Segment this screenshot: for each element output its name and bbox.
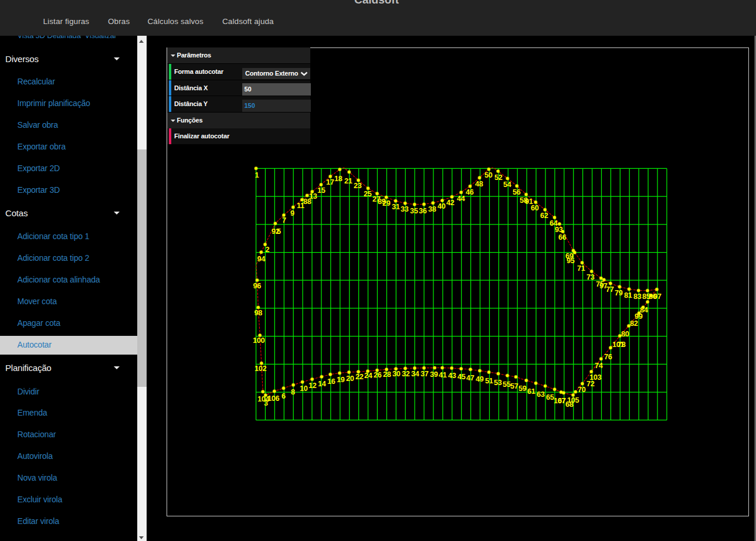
svg-text:42: 42 (446, 199, 455, 207)
svg-text:30: 30 (392, 370, 401, 378)
svg-text:10: 10 (300, 385, 308, 393)
svg-text:3: 3 (264, 399, 268, 407)
svg-text:103: 103 (589, 373, 602, 382)
svg-text:61: 61 (527, 387, 535, 396)
svg-text:77: 77 (606, 285, 614, 294)
svg-text:32: 32 (402, 370, 410, 378)
svg-text:60: 60 (531, 204, 539, 212)
svg-text:106: 106 (267, 394, 280, 403)
svg-text:79: 79 (615, 289, 623, 297)
svg-text:40: 40 (438, 202, 446, 210)
svg-text:100: 100 (253, 336, 265, 345)
svg-text:105: 105 (567, 396, 579, 404)
svg-text:95: 95 (567, 257, 575, 265)
svg-text:56: 56 (513, 188, 521, 196)
svg-text:39: 39 (430, 370, 438, 379)
svg-text:33: 33 (401, 205, 409, 213)
svg-text:73: 73 (587, 273, 595, 281)
svg-text:19: 19 (337, 376, 345, 384)
svg-text:70: 70 (578, 386, 586, 394)
svg-text:59: 59 (518, 385, 527, 393)
svg-text:15: 15 (317, 186, 326, 195)
svg-text:47: 47 (466, 374, 474, 382)
svg-text:53: 53 (494, 379, 502, 387)
svg-text:31: 31 (392, 203, 400, 211)
svg-text:8: 8 (291, 388, 295, 396)
svg-text:21: 21 (344, 177, 352, 185)
svg-text:36: 36 (419, 207, 427, 215)
svg-text:96: 96 (253, 282, 262, 290)
svg-text:80: 80 (621, 330, 629, 338)
svg-text:9: 9 (290, 209, 294, 217)
svg-text:76: 76 (604, 353, 612, 361)
svg-text:81: 81 (624, 291, 632, 300)
svg-text:83: 83 (633, 292, 642, 301)
svg-text:37: 37 (421, 370, 429, 378)
svg-text:44: 44 (457, 195, 465, 203)
svg-text:55: 55 (503, 380, 511, 389)
svg-text:102: 102 (255, 365, 267, 373)
svg-text:50: 50 (484, 171, 493, 179)
svg-text:62: 62 (540, 212, 548, 220)
svg-text:51: 51 (485, 377, 493, 385)
svg-text:6: 6 (282, 392, 286, 400)
svg-text:43: 43 (448, 372, 456, 380)
svg-text:25: 25 (364, 190, 372, 198)
svg-text:16: 16 (327, 377, 335, 386)
svg-text:34: 34 (411, 370, 419, 378)
svg-text:1: 1 (255, 171, 259, 179)
svg-text:12: 12 (308, 382, 317, 390)
svg-text:65: 65 (546, 393, 554, 402)
svg-text:17: 17 (326, 178, 334, 186)
svg-text:28: 28 (383, 370, 391, 379)
svg-text:18: 18 (334, 175, 343, 183)
svg-text:35: 35 (410, 207, 418, 215)
svg-text:94: 94 (257, 255, 266, 263)
svg-text:48: 48 (475, 180, 483, 188)
svg-text:23: 23 (354, 182, 362, 190)
svg-text:98: 98 (255, 309, 263, 317)
svg-text:26: 26 (374, 371, 382, 379)
svg-text:93: 93 (555, 226, 563, 234)
svg-text:22: 22 (355, 373, 364, 381)
svg-text:24: 24 (364, 372, 372, 380)
svg-text:2: 2 (266, 246, 270, 254)
svg-text:20: 20 (346, 375, 354, 383)
svg-text:29: 29 (382, 199, 391, 207)
svg-text:49: 49 (476, 375, 484, 383)
svg-text:45: 45 (457, 373, 466, 381)
svg-text:52: 52 (494, 173, 503, 182)
svg-text:67: 67 (558, 397, 566, 405)
svg-text:46: 46 (466, 188, 474, 196)
svg-text:14: 14 (318, 380, 326, 388)
svg-text:13: 13 (309, 192, 317, 200)
svg-text:71: 71 (577, 264, 585, 273)
svg-text:5: 5 (277, 227, 281, 236)
svg-text:74: 74 (595, 362, 603, 370)
svg-text:82: 82 (630, 319, 638, 328)
svg-text:41: 41 (439, 371, 447, 379)
svg-text:7: 7 (282, 216, 286, 224)
svg-text:78: 78 (618, 341, 626, 349)
svg-text:57: 57 (510, 382, 518, 390)
svg-text:63: 63 (537, 390, 545, 399)
svg-text:66: 66 (558, 233, 567, 241)
svg-text:54: 54 (503, 181, 511, 189)
svg-text:38: 38 (428, 205, 436, 213)
svg-text:84: 84 (640, 306, 648, 314)
svg-text:07: 07 (653, 292, 662, 301)
